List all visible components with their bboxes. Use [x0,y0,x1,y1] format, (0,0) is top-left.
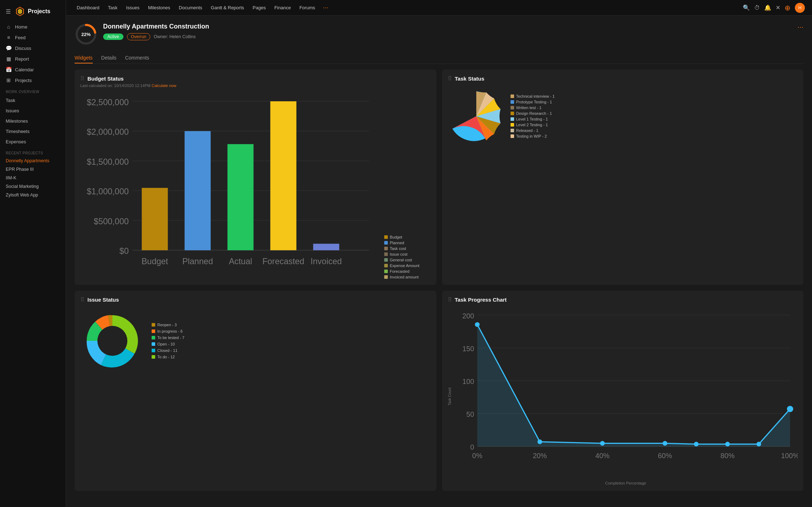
tab-details[interactable]: Details [101,53,117,63]
issue-legend-todo: To do - 12 [152,355,184,359]
recent-project-epr[interactable]: EPR Phase III [0,165,66,174]
legend-color-generalcost [384,258,388,262]
legend-planned: Planned [384,241,431,245]
task-widget-header: ⠿ Task Status [448,75,798,82]
recent-project-zylsoft[interactable]: Zylsoft Web App [0,191,66,199]
legend-color-budget [384,235,388,239]
legend-invoiced: Invoiced amount [384,275,431,279]
svg-point-33 [475,322,479,327]
task-drag-icon: ⠿ [448,75,452,82]
budget-widget-subtitle: Last calculated on: 10/14/2020 12:14PM C… [80,83,431,88]
svg-text:$2,500,000: $2,500,000 [87,98,129,107]
budget-status-widget: ⠿ Budget Status Last calculated on: 10/1… [75,70,436,285]
issue-widget-header: ⠿ Issue Status [80,296,431,303]
tab-comments[interactable]: Comments [125,53,149,63]
task-legend-prototype: Prototype Testing - 1 [511,100,555,104]
nav-calendar[interactable]: 📅 Calendar [0,64,66,75]
content-area: 22% Donnelly Apartments Construction Act… [66,16,812,507]
nav-dashboard[interactable]: Dashboard [73,4,103,12]
app-logo: ☰ Projects [0,4,66,21]
nav-report[interactable]: ▦ Report [0,53,66,64]
nav-documents[interactable]: Documents [175,4,206,12]
clock-icon[interactable]: ⏱ [754,5,760,11]
svg-text:0%: 0% [472,452,482,460]
legend-issuecost: Issue cost [384,252,431,256]
sidebar-item-task[interactable]: Task [0,95,66,106]
top-navigation: Dashboard Task Issues Milestones Documen… [66,0,812,16]
task-status-widget: ⠿ Task Status [442,70,804,285]
header-more-icon[interactable]: ··· [797,23,803,31]
y-axis-label-wrap: Task Count [448,307,452,485]
nav-forums[interactable]: Forums [296,4,319,12]
nav-finance[interactable]: Finance [271,4,294,12]
sidebar-item-issues[interactable]: Issues [0,106,66,116]
task-progress-widget: ⠿ Task Progress Chart Task Count [442,291,804,491]
issue-drag-icon: ⠿ [80,296,85,303]
sidebar-item-timesheets[interactable]: Timesheets [0,126,66,137]
nav-home[interactable]: ⌂ Home [0,21,66,32]
legend-expense: Expense Amount [384,263,431,268]
issue-legend-open: Open - 10 [152,342,184,346]
task-legend-released: Released - 1 [511,128,555,133]
svg-text:Invoiced: Invoiced [311,257,342,266]
budget-widget-header: ⠿ Budget Status [80,75,431,82]
nav-projects[interactable]: ⊞ Projects [0,75,66,86]
budget-chart-area: $2,500,000 $2,000,000 $1,500,000 $1,000,… [80,92,431,279]
nav-pages[interactable]: Pages [249,4,269,12]
svg-point-35 [600,441,604,446]
issue-status-widget: ⠿ Issue Status [75,291,436,491]
svg-text:Planned: Planned [182,257,213,266]
svg-text:200: 200 [462,312,474,320]
svg-text:$1,500,000: $1,500,000 [87,157,129,167]
app-title: Projects [28,8,50,15]
nav-issues[interactable]: Issues [122,4,143,12]
recent-project-iimk[interactable]: IIM-K [0,174,66,182]
nav-discuss[interactable]: 💬 Discuss [0,43,66,53]
bell-icon[interactable]: 🔔 [764,4,771,11]
progress-ring: 22% [75,23,97,46]
widgets-grid: ⠿ Budget Status Last calculated on: 10/1… [75,70,803,491]
feed-icon: ≡ [6,35,11,40]
task-widget-title: Task Status [455,76,484,82]
issue-legend-inprogress: In progress - 6 [152,329,184,333]
svg-text:$0: $0 [120,246,129,256]
nav-gantt[interactable]: Gantt & Reports [207,4,248,12]
recent-project-social[interactable]: Social Marketing [0,182,66,191]
task-pie-chart [448,88,505,145]
bar-actual [228,144,254,250]
bar-invoiced [313,244,339,250]
bar-chart: $2,500,000 $2,000,000 $1,500,000 $1,000,… [80,92,379,279]
svg-marker-1 [18,9,22,14]
home-icon: ⌂ [6,24,11,30]
task-status-content: Technical interview - 1 Prototype Testin… [448,88,798,145]
x-axis-label: Completion Percentage [454,481,798,485]
sidebar-item-expenses[interactable]: Expenses [0,137,66,147]
project-title: Donnelly Apartments Construction [103,23,792,30]
legend-color-expense [384,264,388,267]
add-icon[interactable]: ⊕ [785,4,791,12]
user-avatar[interactable]: H [795,3,805,13]
svg-text:Actual: Actual [229,257,252,266]
close-icon[interactable]: ✕ [776,4,780,11]
tab-widgets[interactable]: Widgets [75,53,93,63]
svg-text:100%: 100% [781,452,798,460]
legend-color-invoiced [384,275,388,279]
nav-feed[interactable]: ≡ Feed [0,32,66,43]
main-area: Dashboard Task Issues Milestones Documen… [66,0,812,507]
calculate-now-link[interactable]: Calculate now [152,83,176,88]
sidebar-item-milestones[interactable]: Milestones [0,116,66,126]
nav-milestones[interactable]: Milestones [144,4,174,12]
progress-percent: 22% [81,32,91,37]
more-options-icon[interactable]: ··· [320,2,331,13]
task-legend-level1: Level 1 Testing - 1 [511,117,555,121]
svg-point-39 [756,442,761,446]
recent-project-donnelly[interactable]: Donnelly Appartments [0,157,66,165]
svg-text:40%: 40% [595,452,609,460]
task-legend-level2: Level 2 Testing - 1 [511,123,555,127]
nav-task[interactable]: Task [105,4,121,12]
svg-text:20%: 20% [533,452,547,460]
search-icon[interactable]: 🔍 [743,4,750,11]
active-badge: Active [103,34,123,40]
hamburger-icon[interactable]: ☰ [6,8,11,15]
progress-widget-title: Task Progress Chart [455,297,507,303]
